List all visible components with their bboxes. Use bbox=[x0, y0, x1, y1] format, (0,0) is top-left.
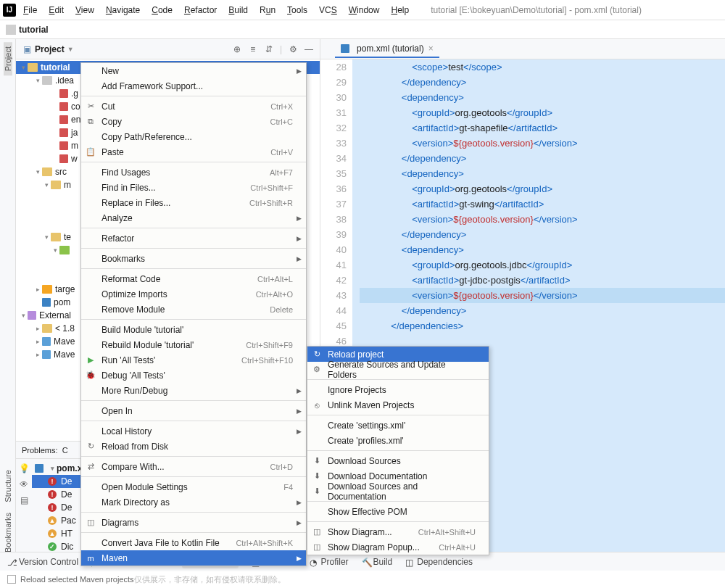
collapse-icon[interactable]: ⇵ bbox=[264, 44, 274, 54]
menu-item[interactable]: Analyze▶ bbox=[81, 210, 306, 225]
app-logo: IJ bbox=[3, 4, 16, 17]
menu-item[interactable]: ↻Reload from Disk bbox=[81, 439, 306, 454]
menu-item[interactable]: Open In▶ bbox=[81, 403, 306, 418]
editor-tab-label: pom.xml (tutorial) bbox=[357, 44, 424, 54]
gear-icon[interactable]: ⚙ bbox=[288, 44, 298, 54]
editor-tabs: pom.xml (tutorial) × bbox=[320, 39, 725, 59]
tool-bookmarks[interactable]: Bookmarks bbox=[4, 508, 12, 557]
menu-item[interactable]: Find UsagesAlt+F7 bbox=[81, 165, 306, 180]
menu-item[interactable]: 🐞Debug 'All Tests' bbox=[81, 368, 306, 383]
menubar: IJ File Edit View Navigate Code Refactor… bbox=[0, 0, 725, 20]
menu-item[interactable]: Rebuild Module 'tutorial'Ctrl+Shift+F9 bbox=[81, 337, 306, 352]
tool-project[interactable]: Project bbox=[4, 42, 12, 75]
project-panel-title[interactable]: Project bbox=[35, 44, 65, 54]
menu-view[interactable]: View bbox=[71, 4, 99, 17]
menu-item[interactable]: Show Effective POM bbox=[307, 504, 489, 519]
hide-icon[interactable]: — bbox=[304, 44, 314, 54]
menu-tools[interactable]: Tools bbox=[283, 4, 312, 17]
context-menu-project[interactable]: New▶Add Framework Support...✂CutCtrl+X⧉C… bbox=[80, 62, 307, 566]
tool-dependencies[interactable]: ◫Dependencies bbox=[405, 557, 473, 567]
hammer-icon: 🔨 bbox=[362, 558, 370, 566]
menu-item[interactable]: Add Framework Support... bbox=[81, 78, 306, 94]
editor-tab-pom[interactable]: pom.xml (tutorial) × bbox=[335, 41, 439, 58]
menu-item[interactable]: ⚙Generate Sources and Update Folders bbox=[307, 362, 489, 377]
status-tail: 仅供展示，非存储，如有侵权请联系删除。 bbox=[134, 574, 286, 585]
breadcrumb-bar: tutorial bbox=[0, 20, 725, 39]
target-icon[interactable]: ⊕ bbox=[232, 44, 242, 54]
folder-icon bbox=[6, 25, 16, 35]
menu-item[interactable]: Create 'profiles.xml' bbox=[307, 433, 489, 448]
left-tool-gutter: Project Structure Bookmarks bbox=[0, 39, 16, 557]
maven-file-icon bbox=[341, 44, 349, 53]
layout-icon[interactable]: ▤ bbox=[19, 495, 29, 505]
tool-build[interactable]: 🔨Build bbox=[362, 557, 393, 567]
menu-edit[interactable]: Edit bbox=[44, 4, 68, 17]
tool-profiler[interactable]: ◔Profiler bbox=[310, 557, 349, 567]
context-menu-maven[interactable]: ↻Reload project⚙Generate Sources and Upd… bbox=[307, 346, 489, 555]
problems-gutter: 💡 👁 ▤ bbox=[16, 459, 32, 557]
menu-item[interactable]: Bookmarks▶ bbox=[81, 251, 306, 266]
branch-icon: ⎇ bbox=[7, 558, 16, 566]
menu-item[interactable]: ◫Show Diagram Popup...Ctrl+Alt+U bbox=[307, 539, 489, 555]
status-text: Reload selected Maven projects bbox=[20, 575, 134, 584]
menu-code[interactable]: Code bbox=[147, 4, 177, 17]
project-icon: ▣ bbox=[22, 44, 32, 54]
breadcrumb-root[interactable]: tutorial bbox=[19, 25, 49, 35]
menu-item[interactable]: More Run/Debug▶ bbox=[81, 383, 306, 398]
menu-item[interactable]: Ignore Projects bbox=[307, 382, 489, 397]
chevron-down-icon[interactable]: ▼ bbox=[67, 46, 74, 53]
menu-item[interactable]: ◫Diagrams▶ bbox=[81, 515, 306, 530]
tool-version-control[interactable]: ⎇Version Control bbox=[7, 557, 78, 567]
status-square-icon[interactable] bbox=[7, 575, 16, 584]
menu-item[interactable]: ▶Run 'All Tests'Ctrl+Shift+F10 bbox=[81, 352, 306, 368]
menu-navigate[interactable]: Navigate bbox=[102, 4, 144, 17]
eye-icon[interactable]: 👁 bbox=[19, 479, 29, 489]
menu-item[interactable]: ⧉CopyCtrl+C bbox=[81, 114, 306, 129]
menu-item[interactable]: Replace in Files...Ctrl+Shift+R bbox=[81, 195, 306, 210]
menu-item[interactable]: mMaven▶ bbox=[81, 550, 306, 566]
menu-item[interactable]: Convert Java File to Kotlin FileCtrl+Alt… bbox=[81, 535, 306, 550]
menu-item[interactable]: Open Module SettingsF4 bbox=[81, 479, 306, 494]
menu-help[interactable]: Help bbox=[386, 4, 413, 17]
tool-structure[interactable]: Structure bbox=[4, 465, 12, 507]
menu-item[interactable]: Build Module 'tutorial' bbox=[81, 322, 306, 337]
menu-item[interactable]: Optimize ImportsCtrl+Alt+O bbox=[81, 286, 306, 302]
problems-tab[interactable]: C bbox=[62, 446, 68, 455]
menu-item[interactable]: ✂CutCtrl+X bbox=[81, 99, 306, 114]
menu-run[interactable]: Run bbox=[255, 4, 280, 17]
menu-item[interactable]: ⇄Compare With...Ctrl+D bbox=[81, 459, 306, 474]
window-title: tutorial [E:\bokeyuan\Demo\tutorial] - p… bbox=[431, 5, 642, 15]
menu-item[interactable]: ◫Show Diagram...Ctrl+Alt+Shift+U bbox=[307, 524, 489, 539]
expand-icon[interactable]: ≡ bbox=[248, 44, 258, 54]
menu-window[interactable]: Window bbox=[344, 4, 384, 17]
menu-item[interactable]: Reformat CodeCtrl+Alt+L bbox=[81, 271, 306, 286]
menu-item[interactable]: Create 'settings.xml' bbox=[307, 418, 489, 433]
menu-item[interactable]: ⬇Download Sources bbox=[307, 453, 489, 468]
menu-item[interactable]: Copy Path/Reference... bbox=[81, 129, 306, 144]
menu-item[interactable]: Remove ModuleDelete bbox=[81, 302, 306, 317]
menu-item[interactable]: Mark Directory as▶ bbox=[81, 494, 306, 510]
menu-item[interactable]: ⎋Unlink Maven Projects bbox=[307, 397, 489, 413]
project-panel-header: ▣ Project ▼ ⊕ ≡ ⇵ | ⚙ — bbox=[16, 39, 320, 59]
menu-file[interactable]: File bbox=[19, 4, 41, 17]
deps-icon: ◫ bbox=[405, 558, 414, 566]
menu-item[interactable]: New▶ bbox=[81, 63, 306, 78]
bulb-icon[interactable]: 💡 bbox=[19, 463, 29, 473]
menu-item[interactable]: Local History▶ bbox=[81, 423, 306, 439]
problems-title: Problems: bbox=[22, 446, 58, 455]
menu-refactor[interactable]: Refactor bbox=[180, 4, 221, 17]
menu-build[interactable]: Build bbox=[224, 4, 252, 17]
menu-item[interactable]: 📋PasteCtrl+V bbox=[81, 144, 306, 160]
status-bar: Reload selected Maven projects 仅供展示，非存储，… bbox=[0, 571, 725, 588]
close-icon[interactable]: × bbox=[428, 44, 434, 54]
menu-item[interactable]: Refactor▶ bbox=[81, 231, 306, 246]
menu-item[interactable]: Find in Files...Ctrl+Shift+F bbox=[81, 180, 306, 195]
profiler-icon: ◔ bbox=[310, 558, 318, 566]
menu-item[interactable]: ⬇Download Sources and Documentation bbox=[307, 484, 489, 499]
menu-vcs[interactable]: VCS bbox=[315, 4, 341, 17]
